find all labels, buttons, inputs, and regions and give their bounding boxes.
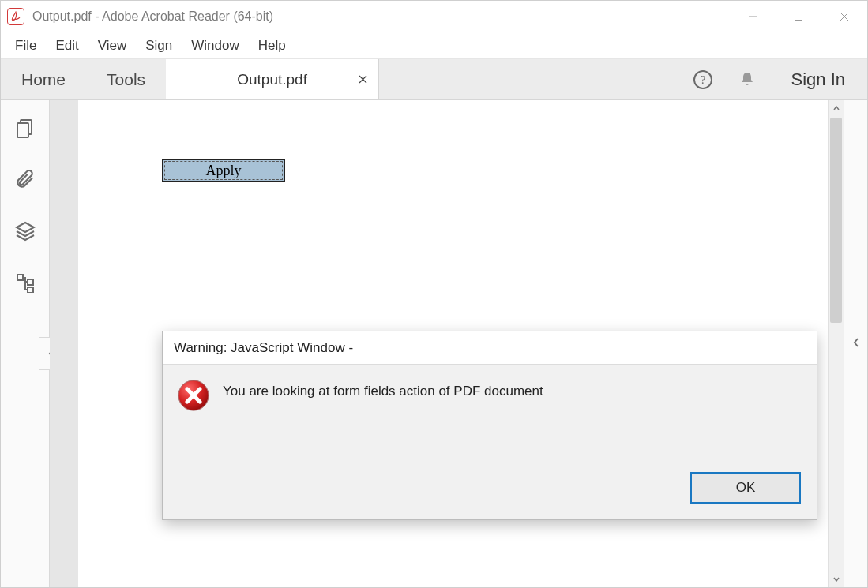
pages-icon [14,118,36,140]
svg-rect-10 [17,275,23,280]
svg-rect-11 [28,279,33,285]
attachments-button[interactable] [15,170,36,193]
help-button[interactable]: ? [681,59,725,99]
menu-edit[interactable]: Edit [46,35,88,57]
acrobat-app-icon [7,8,24,25]
maximize-icon [794,12,803,21]
close-window-button[interactable] [821,1,867,32]
right-tools-rail[interactable] [844,100,867,587]
close-icon [359,75,367,84]
maximize-button[interactable] [776,1,821,32]
document-view[interactable]: Apply Warning: JavaScript Window - [50,100,844,587]
thumbnails-button[interactable] [14,118,36,143]
toolbar: Home Tools Output.pdf ? Sign In [1,59,867,100]
notifications-button[interactable] [725,59,769,99]
paperclip-icon [15,170,36,190]
layers-button[interactable] [14,220,36,245]
window-controls [730,1,867,32]
dialog-title: Warning: JavaScript Window - [163,331,817,365]
minimize-button[interactable] [730,1,776,32]
menu-help[interactable]: Help [249,35,295,57]
svg-rect-12 [28,287,33,293]
vertical-scrollbar[interactable] [828,100,844,587]
sign-in-button[interactable]: Sign In [769,59,868,99]
document-tab[interactable]: Output.pdf [166,59,379,99]
menubar: File Edit View Sign Window Help [1,32,867,59]
dialog-message: You are looking at form fields action of… [223,379,543,399]
minimize-icon [748,12,757,21]
dialog-buttons: OK [163,472,817,519]
scroll-down-button[interactable] [829,571,844,587]
svg-rect-1 [795,13,802,21]
tree-icon [15,272,36,293]
scrollbar-thumb[interactable] [830,118,842,323]
model-tree-button[interactable] [15,272,36,296]
close-icon [840,12,849,21]
menu-sign[interactable]: Sign [136,35,182,57]
chevron-up-icon [833,105,840,111]
left-nav-rail [1,100,50,587]
svg-text:?: ? [700,73,705,86]
chevron-down-icon [833,576,840,582]
menu-view[interactable]: View [88,35,137,57]
help-icon: ? [693,69,713,90]
window-title: Output.pdf - Adobe Acrobat Reader (64-bi… [32,9,730,24]
tools-button[interactable]: Tools [86,59,166,99]
body-area: Apply Warning: JavaScript Window - [1,100,867,587]
layers-icon [14,220,36,242]
javascript-warning-dialog: Warning: JavaScript Window - [162,331,817,520]
toolbar-spacer [379,59,680,99]
app-window: Output.pdf - Adobe Acrobat Reader (64-bi… [0,0,868,588]
document-tab-label: Output.pdf [237,71,307,88]
menu-window[interactable]: Window [182,35,248,57]
svg-rect-9 [17,123,28,137]
scroll-up-button[interactable] [829,100,844,116]
home-button[interactable]: Home [1,59,86,99]
pdf-icon [10,11,21,22]
menu-file[interactable]: File [6,35,46,57]
titlebar: Output.pdf - Adobe Acrobat Reader (64-bi… [1,1,867,32]
expand-right-panel-button[interactable] [852,337,860,351]
dialog-body: You are looking at form fields action of… [163,365,817,472]
error-icon [177,379,210,412]
apply-form-button[interactable]: Apply [162,159,285,182]
close-tab-button[interactable] [359,73,367,87]
chevron-left-icon [852,337,860,348]
ok-button[interactable]: OK [690,472,801,504]
bell-icon [738,70,757,89]
